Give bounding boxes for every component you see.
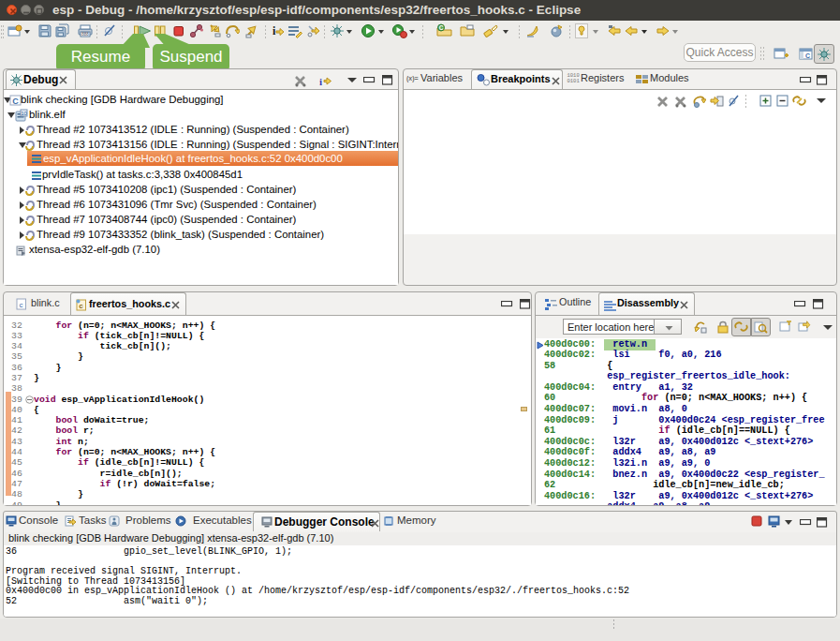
svg-text:c: c	[20, 301, 23, 309]
svg-text:C: C	[12, 97, 19, 106]
svg-text:i: i	[319, 76, 322, 87]
svg-text:10: 10	[21, 111, 27, 116]
svg-text:C: C	[805, 52, 810, 59]
svg-text:C: C	[439, 24, 444, 31]
svg-text:i: i	[273, 24, 276, 37]
svg-text:c: c	[79, 302, 83, 310]
